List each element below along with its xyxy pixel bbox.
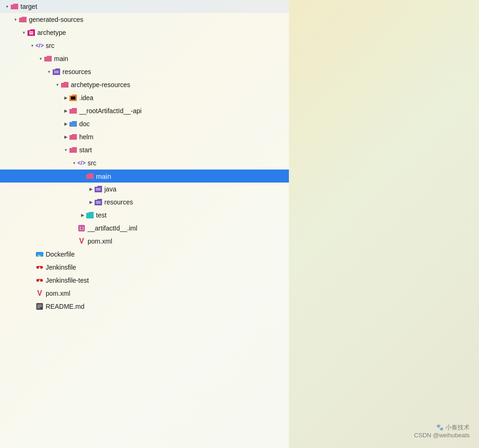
label-start-resources: resources: [104, 198, 133, 206]
tree-item-jenkinsfile[interactable]: Jenkinsfile: [0, 261, 289, 274]
icon-artifactId-iml: IJ: [77, 224, 88, 232]
arrow-src: ▾: [29, 42, 35, 49]
icon-java: [94, 185, 104, 193]
tree-item-readme[interactable]: README.md: [0, 300, 289, 313]
icon-dockerfile: 🐋: [35, 251, 46, 258]
icon-start-src: </>: [77, 160, 88, 166]
icon-resources: [52, 68, 62, 75]
watermark-line1: 🐾 小奏技术: [414, 423, 470, 432]
tree-item-java[interactable]: ▶ java: [0, 183, 289, 196]
icon-target: [10, 3, 21, 10]
label-java: java: [104, 185, 116, 193]
label-jenkinsfile: Jenkinsfile: [46, 264, 76, 271]
tree-item-start-main[interactable]: main: [0, 170, 289, 183]
icon-readme: [35, 303, 46, 310]
svg-rect-4: [71, 96, 75, 100]
label-doc: doc: [79, 120, 90, 128]
label-helm: helm: [79, 133, 93, 141]
tree-item-jenkinsfile-test[interactable]: Jenkinsfile-test: [0, 274, 289, 287]
tree-item-start[interactable]: ▾ start: [0, 143, 289, 156]
label-main: main: [54, 55, 68, 62]
file-tree: ▾ target▾ generated-sources▾ archetype▾<…: [0, 0, 289, 448]
icon-rootArtifactId-api: [69, 107, 79, 115]
tree-item-archetype-resources[interactable]: ▾ archetype-resources: [0, 78, 289, 91]
tree-item-pom-inner[interactable]: Vpom.xml: [0, 235, 289, 248]
icon-pom-outer: V: [35, 289, 46, 298]
label-src: src: [46, 42, 55, 49]
arrow-test: ▶: [79, 211, 86, 219]
label-test: test: [96, 211, 107, 219]
tree-item-main[interactable]: ▾ main: [0, 52, 289, 65]
arrow-archetype: ▾: [21, 29, 27, 36]
arrow-generated-sources: ▾: [12, 16, 19, 23]
label-readme: README.md: [46, 303, 84, 310]
arrow-start-resources: ▶: [88, 198, 94, 206]
icon-archetype: [27, 29, 37, 36]
icon-jenkinsfile: [35, 264, 46, 271]
arrow-target: ▾: [4, 3, 10, 10]
icon-test: [86, 211, 96, 219]
icon-start-resources: [94, 198, 104, 206]
label-resources: resources: [62, 68, 91, 75]
svg-text:IJ: IJ: [79, 226, 84, 231]
label-target: target: [21, 3, 37, 10]
label-start: start: [79, 146, 92, 154]
label-idea: .idea: [79, 94, 93, 102]
label-artifactId-iml: __artifactId__.iml: [88, 224, 137, 232]
label-pom-outer: pom.xml: [46, 290, 70, 297]
label-generated-sources: generated-sources: [29, 16, 83, 23]
tree-item-doc[interactable]: ▶ doc: [0, 117, 289, 130]
watermark: 🐾 小奏技术 CSDN @weihubeats: [414, 423, 470, 439]
icon-doc: [69, 120, 79, 128]
arrow-idea: ▶: [62, 94, 69, 102]
arrow-java: ▶: [88, 185, 94, 193]
icon-start-main: [86, 172, 96, 180]
icon-start: [69, 146, 79, 154]
label-rootArtifactId-api: __rootArtifactId__-api: [79, 107, 142, 115]
tree-item-archetype[interactable]: ▾ archetype: [0, 26, 289, 39]
arrow-archetype-resources: ▾: [54, 81, 61, 88]
icon-pom-inner: V: [77, 237, 88, 245]
label-start-src: src: [88, 159, 96, 167]
label-archetype-resources: archetype-resources: [71, 81, 130, 88]
tree-item-test[interactable]: ▶ test: [0, 209, 289, 222]
label-archetype: archetype: [37, 29, 66, 36]
arrow-resources: ▾: [46, 68, 52, 75]
icon-src: </>: [35, 42, 46, 49]
tree-item-helm[interactable]: ▶ helm: [0, 130, 289, 143]
tree-item-rootArtifactId-api[interactable]: ▶ __rootArtifactId__-api: [0, 104, 289, 117]
icon-archetype-resources: [61, 81, 71, 88]
icon-helm: [69, 133, 79, 141]
label-pom-inner: pom.xml: [88, 238, 112, 245]
tree-item-generated-sources[interactable]: ▾ generated-sources: [0, 13, 289, 26]
label-start-main: main: [96, 172, 111, 180]
icon-jenkinsfile-test: [35, 277, 46, 284]
tree-item-pom-outer[interactable]: Vpom.xml: [0, 287, 289, 300]
watermark-line2: CSDN @weihubeats: [414, 432, 470, 439]
arrow-doc: ▶: [62, 120, 69, 128]
arrow-start: ▾: [62, 146, 69, 154]
tree-item-resources[interactable]: ▾ resources: [0, 65, 289, 78]
tree-item-src[interactable]: ▾</>src: [0, 39, 289, 52]
arrow-rootArtifactId-api: ▶: [62, 107, 69, 115]
svg-text:🐋: 🐋: [37, 252, 42, 257]
tree-item-target[interactable]: ▾ target: [0, 0, 289, 13]
arrow-main: ▾: [37, 55, 44, 62]
icon-generated-sources: [19, 16, 29, 23]
icon-idea: [69, 94, 79, 102]
arrow-helm: ▶: [62, 133, 69, 141]
tree-item-start-resources[interactable]: ▶ resources: [0, 196, 289, 209]
icon-main: [44, 55, 54, 62]
arrow-start-src: ▾: [71, 159, 77, 167]
tree-item-idea[interactable]: ▶ .idea: [0, 91, 289, 104]
tree-item-artifactId-iml[interactable]: IJ __artifactId__.iml: [0, 222, 289, 235]
tree-item-dockerfile[interactable]: 🐋 Dockerfile: [0, 248, 289, 261]
label-jenkinsfile-test: Jenkinsfile-test: [46, 277, 89, 284]
tree-item-start-src[interactable]: ▾</>src: [0, 156, 289, 170]
label-dockerfile: Dockerfile: [46, 251, 75, 258]
